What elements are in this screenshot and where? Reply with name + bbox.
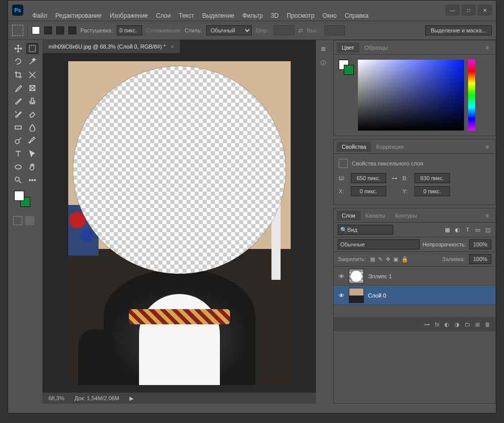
move-tool[interactable]	[12, 43, 24, 54]
menu-help[interactable]: Справка	[341, 12, 373, 19]
subtract-selection-icon[interactable]	[56, 26, 64, 34]
menu-type[interactable]: Текст	[175, 12, 198, 19]
canvas[interactable]	[68, 61, 291, 385]
path-select-tool[interactable]	[26, 148, 38, 159]
menu-file[interactable]: Файл	[28, 12, 52, 19]
visibility-icon[interactable]: 👁	[338, 292, 345, 299]
color-swatches[interactable]	[14, 191, 30, 207]
layer-name[interactable]: Эллипс 1	[368, 273, 392, 279]
lock-all-icon[interactable]: 🔒	[401, 256, 408, 263]
filter-type-icon[interactable]: T	[464, 227, 471, 233]
feather-input[interactable]	[117, 25, 142, 35]
filter-shape-icon[interactable]: ▭	[474, 227, 481, 233]
dock-ruler-icon[interactable]: ⊞	[318, 44, 328, 53]
fill-input[interactable]	[469, 254, 491, 264]
menu-window[interactable]: Окно	[318, 12, 341, 19]
zoom-tool[interactable]	[12, 175, 24, 186]
patch-tool[interactable]	[26, 82, 38, 94]
tab-paths[interactable]: Контуры	[390, 210, 422, 221]
tab-adjustments[interactable]: Коррекция	[371, 142, 408, 152]
panel-color-swatches[interactable]	[339, 60, 354, 75]
lasso-tool[interactable]	[12, 56, 24, 67]
marquee-preview-icon[interactable]	[12, 25, 23, 36]
layer-thumb[interactable]	[349, 269, 364, 284]
select-and-mask-button[interactable]: Выделение и маска...	[425, 25, 492, 35]
fx-icon[interactable]: fx	[435, 321, 439, 327]
dock-info-icon[interactable]: ⓘ	[318, 58, 328, 67]
eyedropper-tool[interactable]	[12, 82, 24, 94]
menu-3d[interactable]: 3D	[267, 12, 283, 19]
layer-item-ellipse[interactable]: 👁 Эллипс 1	[334, 267, 495, 286]
menu-edit[interactable]: Редактирование	[52, 12, 106, 19]
crop-tool[interactable]	[12, 69, 24, 80]
quickmask-icon[interactable]	[13, 216, 22, 225]
new-layer-icon[interactable]: ⊞	[475, 321, 480, 328]
pen-tool[interactable]	[26, 135, 38, 146]
ellipse-tool[interactable]	[12, 161, 24, 173]
lock-trans-icon[interactable]: ▦	[370, 256, 375, 263]
panel-menu-icon[interactable]: ≡	[483, 213, 492, 219]
intersect-selection-icon[interactable]	[68, 26, 76, 34]
color-field[interactable]	[358, 60, 464, 131]
filter-adjust-icon[interactable]: ◐	[454, 227, 461, 233]
menu-view[interactable]: Просмотр	[283, 12, 318, 19]
dodge-tool[interactable]	[12, 135, 24, 146]
hand-tool[interactable]	[26, 161, 38, 173]
screenmode-icon[interactable]	[25, 216, 34, 225]
group-icon[interactable]: 🗀	[465, 321, 470, 327]
w-input[interactable]	[351, 173, 386, 183]
filter-pixel-icon[interactable]: ▦	[444, 227, 451, 233]
opacity-input[interactable]	[469, 239, 491, 249]
close-button[interactable]: ✕	[478, 5, 492, 16]
visibility-icon[interactable]: 👁	[338, 273, 345, 279]
panel-menu-icon[interactable]: ≡	[483, 144, 492, 150]
brush-tool[interactable]	[12, 96, 24, 107]
blur-tool[interactable]	[26, 122, 38, 133]
lock-artboard-icon[interactable]: ▣	[393, 256, 398, 263]
lock-paint-icon[interactable]: ✎	[378, 256, 383, 263]
lock-pos-icon[interactable]: ✥	[386, 256, 390, 263]
maximize-button[interactable]: □	[462, 5, 476, 16]
foreground-swatch[interactable]	[14, 191, 24, 201]
tab-layers[interactable]: Слои	[337, 210, 360, 221]
menu-image[interactable]: Изображение	[106, 12, 152, 19]
minimize-button[interactable]: —	[445, 5, 460, 16]
layer-name[interactable]: Слой 0	[368, 292, 386, 299]
gradient-tool[interactable]	[12, 122, 24, 133]
layer-item-background[interactable]: 👁 Слой 0	[334, 286, 495, 305]
link-layers-icon[interactable]: ⊶	[424, 321, 430, 328]
hue-slider[interactable]	[468, 60, 475, 131]
eraser-tool[interactable]	[26, 109, 38, 120]
new-selection-icon[interactable]	[32, 26, 40, 34]
menu-layer[interactable]: Слои	[152, 12, 175, 19]
blend-mode-select[interactable]: Обычные	[338, 239, 420, 249]
slice-tool[interactable]	[26, 69, 38, 80]
panel-menu-icon[interactable]: ≡	[483, 45, 492, 51]
menu-filter[interactable]: Фильтр	[239, 12, 267, 19]
tab-swatches[interactable]: Образцы	[359, 43, 393, 53]
close-tab-icon[interactable]: ×	[171, 44, 174, 50]
menu-select[interactable]: Выделение	[198, 12, 239, 19]
add-selection-icon[interactable]	[44, 26, 52, 34]
filter-smart-icon[interactable]: ◫	[484, 227, 491, 233]
tab-properties[interactable]: Свойства	[337, 142, 371, 152]
layer-thumb[interactable]	[349, 288, 364, 303]
delete-layer-icon[interactable]: 🗑	[485, 321, 490, 327]
adjustment-icon[interactable]: ◑	[454, 321, 460, 328]
h-input[interactable]	[415, 173, 450, 183]
document-tab[interactable]: mIh09iC8x6U.jpg @ 68,3% (Слой 0, RGB/8#)…	[42, 40, 180, 53]
tab-channels[interactable]: Каналы	[360, 210, 390, 221]
tab-color[interactable]: Цвет	[337, 43, 359, 53]
zoom-level[interactable]: 68,3%	[49, 395, 64, 401]
wand-tool[interactable]	[26, 56, 38, 67]
layer-kind-select[interactable]: 🔍 Вид	[338, 225, 393, 235]
statusbar-arrow-icon[interactable]: ▶	[129, 395, 133, 402]
mask-icon[interactable]: ◐	[444, 321, 449, 328]
link-wh-icon[interactable]: ⊶	[389, 175, 399, 182]
more-tools[interactable]: •••	[26, 175, 38, 186]
stamp-tool[interactable]	[26, 96, 38, 107]
history-brush-tool[interactable]	[12, 109, 24, 120]
x-input[interactable]	[351, 186, 386, 196]
type-tool[interactable]	[12, 148, 24, 159]
y-input[interactable]	[415, 186, 450, 196]
